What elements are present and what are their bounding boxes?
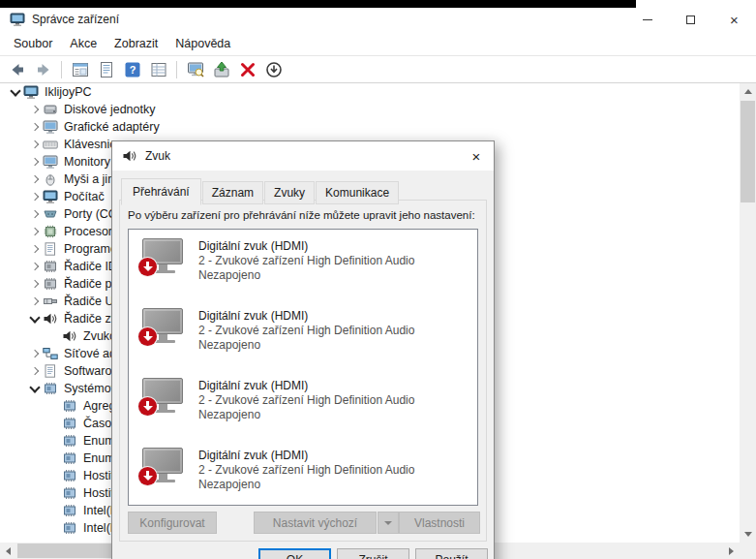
maximize-icon [686, 16, 695, 24]
configure-button[interactable]: Konfigurovat [128, 512, 217, 534]
chevron-down-icon[interactable] [27, 381, 43, 396]
properties-button[interactable]: Vlastnosti [399, 512, 480, 534]
playback-device-item[interactable]: Digitální zvuk (HDMI)2 - Zvukové zařízen… [129, 369, 477, 439]
chevron-right-icon[interactable] [27, 276, 43, 292]
device-manager-icon [10, 13, 25, 26]
scroll-up-button[interactable] [740, 83, 756, 100]
scan-hardware-changes-button[interactable] [183, 58, 207, 80]
sound-controller-icon [43, 312, 58, 326]
top-black-strip [0, 0, 636, 8]
tab-bar: Přehrávání Záznam Zvuky Komunikace [121, 178, 400, 204]
ok-button[interactable]: OK [258, 548, 331, 559]
scan-hardware-changes-icon [187, 61, 204, 78]
maximize-button[interactable] [669, 8, 712, 31]
chevron-right-icon[interactable] [27, 224, 43, 239]
chevron-down-icon[interactable] [27, 311, 43, 326]
chevron-right-icon[interactable] [27, 102, 43, 117]
disk-drive-icon [43, 103, 58, 116]
cancel-button[interactable]: Zrušit [337, 548, 409, 559]
show-console-tree-button[interactable] [68, 58, 92, 80]
chevron-right-icon[interactable] [27, 171, 43, 187]
tab-description: Po výběru zařízení pro přehrávání níže m… [128, 209, 475, 221]
chevron-right-icon[interactable] [27, 189, 43, 204]
network-adapter-icon [43, 347, 58, 360]
chevron-spacer [46, 328, 62, 344]
system-device-icon [62, 417, 77, 430]
chevron-spacer [46, 433, 62, 449]
menu-akce[interactable]: Akce [61, 34, 106, 53]
chevron-down-icon[interactable] [8, 84, 23, 100]
software-device-icon [43, 242, 58, 256]
disable-device-icon [265, 61, 283, 78]
scroll-down-icon [744, 532, 752, 537]
apply-button[interactable]: Použít [415, 548, 488, 559]
scroll-left-button[interactable] [0, 543, 16, 559]
dialog-close-icon: × [472, 148, 481, 165]
playback-device-list[interactable]: Digitální zvuk (HDMI)2 - Zvukové zařízen… [128, 229, 478, 506]
chevron-right-icon[interactable] [27, 259, 43, 274]
tab-zaznam[interactable]: Záznam [202, 181, 263, 204]
chevron-right-icon[interactable] [27, 206, 43, 222]
close-button[interactable]: × [712, 8, 756, 31]
system-device-icon [62, 451, 77, 465]
vertical-scrollbar[interactable] [740, 83, 756, 543]
tab-prehravani[interactable]: Přehrávání [121, 178, 201, 205]
properties-button[interactable] [94, 58, 118, 80]
disable-device-button[interactable] [261, 58, 286, 80]
tree-item[interactable]: IklijoyPC [0, 83, 740, 101]
tree-item[interactable]: Diskové jednotky [0, 101, 740, 118]
playback-device-item[interactable]: Digitální zvuk (HDMI)2 - Zvukové zařízen… [129, 439, 477, 506]
tab-zvuky[interactable]: Zvuky [264, 181, 315, 204]
display-audio-disconnected-icon [140, 236, 187, 281]
chevron-right-icon[interactable] [27, 241, 43, 257]
red-down-arrow-badge-icon [138, 258, 157, 276]
tab-komunikace[interactable]: Komunikace [316, 181, 399, 204]
dialog-close-button[interactable]: × [459, 141, 494, 171]
properties-icon [98, 61, 115, 78]
chevron-right-icon[interactable] [27, 119, 43, 135]
device-status: Nezapojeno [198, 338, 260, 352]
uninstall-device-button[interactable] [235, 58, 259, 80]
vertical-scroll-thumb[interactable] [741, 101, 755, 202]
set-default-button[interactable]: Nastavit výchozí [254, 512, 377, 534]
system-device-icon [62, 399, 77, 413]
help-button[interactable]: ? [120, 58, 144, 80]
menu-bar: Soubor Akce Zobrazit Nápověda [0, 31, 756, 55]
device-name: Digitální zvuk (HDMI) [198, 379, 308, 392]
system-device-icon [62, 434, 77, 448]
chevron-right-icon[interactable] [27, 154, 43, 170]
menu-napoveda[interactable]: Nápověda [166, 34, 239, 53]
chevron-right-icon[interactable] [27, 346, 43, 361]
menu-zobrazit[interactable]: Zobrazit [106, 34, 166, 53]
menu-soubor[interactable]: Soubor [5, 34, 61, 53]
update-driver-icon [213, 61, 230, 78]
scroll-right-button[interactable] [723, 543, 740, 559]
update-driver-button[interactable] [209, 58, 233, 80]
display-adapter-icon [43, 120, 58, 134]
system-device-icon [62, 469, 77, 482]
toolbar-separator [61, 61, 62, 78]
forward-button[interactable] [31, 58, 55, 80]
ide-controller-icon [43, 260, 58, 273]
playback-device-item[interactable]: Digitální zvuk (HDMI)2 - Zvukové zařízen… [129, 299, 477, 369]
back-icon [9, 61, 26, 78]
chevron-right-icon[interactable] [27, 363, 43, 379]
tree-item-label: IklijoyPC [45, 85, 92, 99]
back-button[interactable] [5, 58, 29, 80]
playback-device-item[interactable]: Digitální zvuk (HDMI)2 - Zvukové zařízen… [129, 230, 477, 299]
export-list-button[interactable] [146, 58, 170, 80]
scroll-right-icon [729, 547, 734, 555]
chevron-right-icon[interactable] [27, 137, 43, 152]
scroll-down-button[interactable] [740, 526, 756, 543]
tree-item[interactable]: Grafické adaptéry [0, 118, 740, 136]
set-default-dropdown-button[interactable] [378, 512, 399, 534]
minimize-button[interactable] [625, 8, 669, 31]
red-down-arrow-badge-icon [138, 397, 157, 416]
toolbar: ? [0, 55, 756, 83]
uninstall-device-icon [239, 61, 257, 78]
tree-item-label: Monitory [64, 155, 110, 169]
chevron-right-icon[interactable] [27, 294, 43, 309]
screen: { "window": { "title": "Správce zařízení… [0, 0, 756, 559]
chevron-spacer [46, 450, 62, 466]
device-status: Nezapojeno [198, 478, 260, 491]
